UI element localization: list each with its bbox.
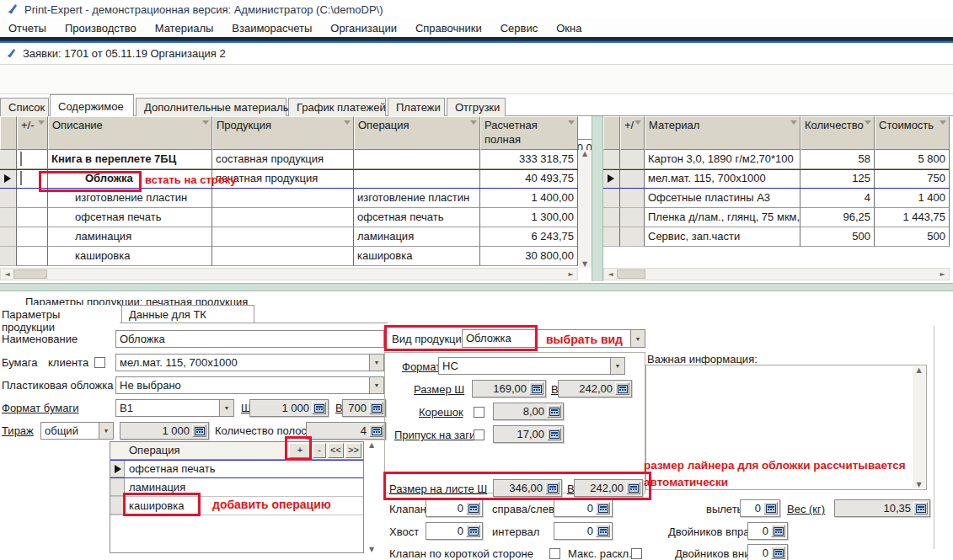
calculator-icon[interactable] <box>913 502 928 515</box>
cell-cost[interactable]: 5 800 <box>875 150 950 169</box>
flap-short-side-checkbox[interactable] <box>549 548 560 559</box>
cell-description[interactable]: офсетная печать <box>48 208 212 227</box>
cell-operation[interactable] <box>354 150 480 169</box>
cell-quantity[interactable]: 58 <box>800 150 875 169</box>
twins-right-field[interactable]: 0 <box>747 522 788 540</box>
cell-quantity[interactable]: 4 <box>800 189 875 208</box>
menu-item-directories[interactable]: Справочники <box>415 22 482 35</box>
cell-material[interactable]: Картон 3,0, 1890 г/м2,70*100 <box>645 150 800 169</box>
cell-material[interactable]: Офсетные пластины А3 <box>645 189 800 208</box>
tab-list[interactable]: Список <box>0 98 49 116</box>
tab-tk-data[interactable]: Данные для ТК <box>121 305 254 323</box>
spine-checkbox[interactable] <box>474 407 485 418</box>
fold-allowance-link[interactable]: Припуск на загиб <box>394 429 482 441</box>
calculator-icon[interactable] <box>466 502 480 515</box>
scroll-up-icon[interactable]: ▲ <box>582 150 587 157</box>
header-operation[interactable]: Операция <box>354 116 480 150</box>
expand-cell[interactable] <box>620 189 645 208</box>
table-row-selected[interactable]: мел.мат. 115, 700х1000 125 750 <box>603 169 950 189</box>
cell-sum[interactable]: 6 243,75 <box>480 227 578 247</box>
fold-allowance-field[interactable]: 17,00 <box>493 425 564 443</box>
collapse-icon[interactable] <box>20 171 22 185</box>
pages-count-field[interactable]: 4 <box>306 422 386 440</box>
menu-item-production[interactable]: Производство <box>65 22 137 35</box>
side-field[interactable]: 0 <box>554 499 613 517</box>
header-description[interactable]: Описание <box>48 116 212 150</box>
collapse-icon[interactable] <box>20 152 22 166</box>
size-height-field[interactable]: 242,00 <box>558 380 632 397</box>
table-row[interactable]: Сервис, зап.части 500 500 <box>603 227 950 247</box>
products-v-scrollbar[interactable]: ▲ ▼ <box>578 150 592 268</box>
tab-payment-schedule[interactable]: График платежей <box>288 98 386 116</box>
menu-item-materials[interactable]: Материалы <box>155 22 214 35</box>
products-h-scrollbar[interactable]: ◄ ► <box>0 268 578 280</box>
expand-cell[interactable] <box>620 169 645 189</box>
scroll-right-icon[interactable]: ► <box>936 270 949 278</box>
spine-link[interactable]: Корешок <box>419 406 463 419</box>
table-row[interactable]: Книга в переплете 7БЦ составная продукци… <box>0 150 578 169</box>
format-link[interactable]: Формат <box>402 360 441 373</box>
interval-field[interactable]: 0 <box>554 522 613 540</box>
flap-field[interactable]: 0 <box>426 499 483 517</box>
materials-h-scrollbar[interactable]: ◄ ► <box>603 268 950 280</box>
scroll-up-icon[interactable]: ▲ <box>369 441 374 449</box>
header-product[interactable]: Продукция <box>212 116 354 150</box>
calculator-icon[interactable] <box>312 402 326 414</box>
move-left-button[interactable]: << <box>328 443 344 458</box>
cell-product[interactable] <box>212 227 354 247</box>
menu-item-settlements[interactable]: Взаиморасчеты <box>232 22 312 35</box>
header-cost[interactable]: Стоимость <box>875 116 950 150</box>
size-width-link[interactable]: Размер Ш <box>414 383 464 396</box>
tail-field[interactable]: 0 <box>426 522 483 540</box>
table-row[interactable]: офсетная печать офсетная печать 1 300,00 <box>0 208 578 227</box>
tab-product-parameters[interactable]: Параметры продукции <box>0 305 120 323</box>
calculator-icon[interactable] <box>192 424 206 437</box>
scrollbar-thumb[interactable] <box>617 269 645 279</box>
client-paper-checkbox[interactable] <box>94 357 105 368</box>
chevron-down-icon[interactable]: ▼ <box>369 355 383 371</box>
calculator-icon[interactable] <box>369 424 383 437</box>
menu-item-reports[interactable]: Отчеты <box>8 22 46 35</box>
cell-sum[interactable]: 40 493,75 <box>480 169 578 189</box>
cell-cost[interactable]: 1 400 <box>875 189 950 208</box>
scrollbar-thumb[interactable] <box>13 269 47 279</box>
menu-item-service[interactable]: Сервис <box>501 22 538 35</box>
cell-quantity[interactable]: 96,25 <box>800 208 875 227</box>
twins-down-field[interactable]: 0 <box>747 544 788 560</box>
header-calc-total[interactable]: Расчетная полная операционная <box>480 116 578 150</box>
cell-description[interactable]: ламинация <box>48 227 212 247</box>
weight-field[interactable]: 10,35 <box>834 499 930 517</box>
cell-sum[interactable]: 30 800,00 <box>480 247 578 266</box>
expand-cell[interactable] <box>620 150 645 169</box>
expand-cell[interactable] <box>17 208 48 227</box>
table-row[interactable]: ламинация ламинация 6 243,75 <box>0 227 578 247</box>
table-row[interactable]: кашировка кашировка 30 800,00 <box>0 247 578 266</box>
chevron-down-icon[interactable]: ▼ <box>369 377 383 393</box>
menu-item-organizations[interactable]: Организации <box>330 22 397 35</box>
tirazh-field[interactable]: 1 000 <box>120 422 209 440</box>
calculator-icon[interactable] <box>615 382 629 395</box>
cell-operation[interactable]: изготовление пластин <box>354 189 480 208</box>
calculator-icon[interactable] <box>763 502 778 515</box>
format-select[interactable]: НС ▼ <box>438 357 625 375</box>
paper-height-field[interactable]: 700 <box>342 399 386 417</box>
chevron-down-icon[interactable]: ▼ <box>99 423 113 439</box>
paper-select[interactable]: мел.мат. 115, 700х1000 ▼ <box>115 354 384 371</box>
cell-description[interactable]: кашировка <box>48 247 212 266</box>
params-v-scrollbar[interactable]: ▲ ▼ <box>365 441 378 553</box>
cell-product[interactable] <box>212 189 354 208</box>
menu-item-windows[interactable]: Окна <box>556 22 581 35</box>
calculator-icon[interactable] <box>596 525 610 537</box>
name-input[interactable]: Обложка <box>115 330 384 348</box>
calculator-icon[interactable] <box>547 428 561 440</box>
scroll-down-icon[interactable]: ▼ <box>582 260 587 268</box>
header-material[interactable]: Материал <box>645 116 800 150</box>
header-quantity[interactable]: Количество <box>800 116 875 150</box>
tab-shipments[interactable]: Отгрузки <box>447 98 506 116</box>
scroll-right-icon[interactable]: ► <box>565 270 577 278</box>
operation-row-selected[interactable]: офсетная печать <box>110 460 363 478</box>
weight-link[interactable]: Вес (кг) <box>787 503 825 515</box>
calculator-icon[interactable] <box>529 382 543 395</box>
calculator-icon[interactable] <box>771 547 785 559</box>
chevron-down-icon[interactable]: ▼ <box>610 358 624 374</box>
